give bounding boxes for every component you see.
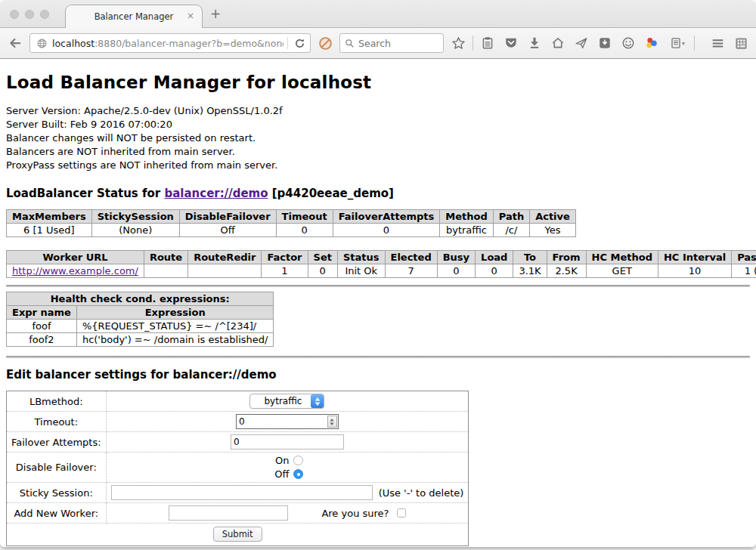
failover-attempts-label: Failover Attempts:	[7, 432, 107, 453]
url-bar[interactable]: localhost:8880/balancer-manager?b=demo&n…	[29, 33, 311, 53]
window-controls	[10, 10, 49, 19]
home-icon[interactable]	[549, 34, 567, 52]
timeout-input[interactable]	[236, 414, 339, 429]
table-title-row: Health check cond. expressions:	[7, 292, 274, 306]
search-bar[interactable]	[339, 33, 444, 53]
url-text: localhost:8880/balancer-manager?b=demo&n…	[52, 38, 284, 49]
close-window-button[interactable]	[10, 10, 19, 19]
server-built-line: Server Built: Feb 9 2016 07:00:20	[6, 118, 750, 131]
number-spinner-icon[interactable]	[327, 416, 337, 428]
clipboard-icon[interactable]	[479, 34, 497, 52]
site-identity-globe-icon[interactable]	[35, 36, 48, 50]
table-row: 6 [1 Used] (None) Off 0 0 bytraffic /c/ …	[7, 224, 576, 237]
feedback-smiley-icon[interactable]	[619, 34, 637, 52]
sticky-session-note: (Use '-' to delete)	[379, 487, 464, 499]
form-row-sticky-session: Sticky Session: (Use '-' to delete)	[7, 483, 469, 503]
search-icon	[345, 39, 355, 48]
section-divider	[6, 356, 750, 358]
add-new-worker-label: Add New Worker:	[7, 503, 107, 524]
disable-failover-label: Disable Failover:	[7, 453, 107, 483]
notes-sidebar-icon[interactable]: ▾	[666, 34, 689, 52]
new-tab-button[interactable]: +	[210, 8, 221, 20]
submit-button[interactable]: Submit	[213, 527, 262, 542]
disable-failover-on-radio[interactable]	[293, 456, 303, 465]
server-info: Server Version: Apache/2.5.0-dev (Unix) …	[6, 104, 750, 172]
table-row: http://www.example.com/ 1 0 Init Ok 7 0 …	[7, 264, 756, 278]
table-header-row: MaxMembers StickySession DisableFailover…	[7, 210, 576, 224]
disable-failover-off-radio[interactable]	[293, 469, 303, 479]
are-you-sure-checkbox[interactable]	[397, 508, 406, 518]
sticky-session-label: Sticky Session:	[7, 483, 107, 503]
table-header-row: Worker URL Route RouteRedir Factor Set S…	[7, 251, 756, 264]
persist-note-line: Balancer changes will NOT be persisted o…	[6, 131, 750, 145]
inherit-note-line: Balancers are NOT inherited from main se…	[6, 145, 750, 159]
reload-icon[interactable]	[292, 36, 307, 51]
edit-balancer-heading: Edit balancer settings for balancer://de…	[6, 368, 750, 382]
edit-balancer-form: LBmethod: bytraffic Timeout:	[6, 391, 469, 546]
navigation-toolbar: localhost:8880/balancer-manager?b=demo&n…	[0, 28, 756, 59]
timeout-label: Timeout:	[7, 412, 107, 432]
form-row-timeout: Timeout:	[7, 412, 469, 432]
page-content: Load Balancer Manager for localhost Serv…	[0, 59, 756, 547]
browser-window: Balancer Manager × + localhost:8880/bala…	[0, 0, 756, 547]
failover-attempts-input[interactable]	[231, 434, 344, 450]
lbmethod-label: LBmethod:	[7, 391, 107, 412]
tiles-grid-icon[interactable]	[732, 34, 750, 52]
tab-close-icon[interactable]: ×	[187, 11, 194, 21]
add-new-worker-input[interactable]	[169, 505, 288, 521]
chevron-down-icon: ▾	[682, 40, 685, 47]
loadbalancer-status-heading: LoadBalancer Status for balancer://demo …	[6, 187, 750, 200]
zoom-window-button[interactable]	[40, 10, 49, 19]
off-label: Off	[271, 468, 289, 480]
server-version-line: Server Version: Apache/2.5.0-dev (Unix) …	[6, 104, 750, 118]
worker-status-table: Worker URL Route RouteRedir Factor Set S…	[6, 250, 756, 278]
form-row-failover-attempts: Failover Attempts:	[7, 432, 469, 453]
tab-title: Balancer Manager	[94, 11, 174, 22]
tab-balancer-manager[interactable]: Balancer Manager ×	[65, 5, 203, 28]
menu-hamburger-icon[interactable]	[708, 34, 727, 52]
form-row-lbmethod: LBmethod: bytraffic	[7, 391, 469, 412]
select-stepper-icon	[311, 394, 324, 408]
section-divider	[6, 285, 750, 287]
search-input[interactable]	[358, 38, 438, 49]
bookmark-star-icon[interactable]	[449, 34, 467, 52]
extension-dots-icon[interactable]	[643, 34, 661, 52]
blocked-content-icon[interactable]	[316, 34, 334, 52]
form-row-submit: Submit	[7, 524, 469, 546]
on-label: On	[271, 455, 289, 466]
table-header-row: Expr name Expression	[7, 306, 274, 320]
balancer-demo-link[interactable]: balancer://demo	[164, 187, 268, 200]
balancer-status-table: MaxMembers StickySession DisableFailover…	[6, 209, 576, 237]
form-row-add-worker: Add New Worker: Are you sure?	[7, 503, 469, 524]
proxypass-note-line: ProxyPass settings are NOT inherited fro…	[6, 159, 750, 172]
are-you-sure-label: Are you sure?	[321, 508, 389, 519]
form-row-disable-failover: Disable Failover: On Off	[7, 453, 469, 483]
title-bar: Balancer Manager × +	[0, 0, 756, 28]
back-button[interactable]	[6, 34, 24, 52]
sticky-session-input[interactable]	[111, 485, 373, 500]
worker-url-link[interactable]: http://www.example.com/	[12, 265, 138, 277]
pocket-icon[interactable]	[502, 34, 520, 52]
page-title: Load Balancer Manager for localhost	[6, 73, 750, 92]
table-row: foof2 hc('body') =~ /domain is establish…	[7, 333, 274, 347]
table-row: foof %{REQUEST_STATUS} =~ /^[234]/	[7, 320, 274, 333]
downloads-icon[interactable]	[525, 34, 544, 52]
save-to-device-icon[interactable]	[596, 34, 614, 52]
minimize-window-button[interactable]	[25, 10, 34, 19]
send-tab-icon[interactable]	[572, 34, 590, 52]
health-check-table: Health check cond. expressions: Expr nam…	[6, 292, 274, 347]
lbmethod-select[interactable]: bytraffic	[249, 394, 324, 409]
